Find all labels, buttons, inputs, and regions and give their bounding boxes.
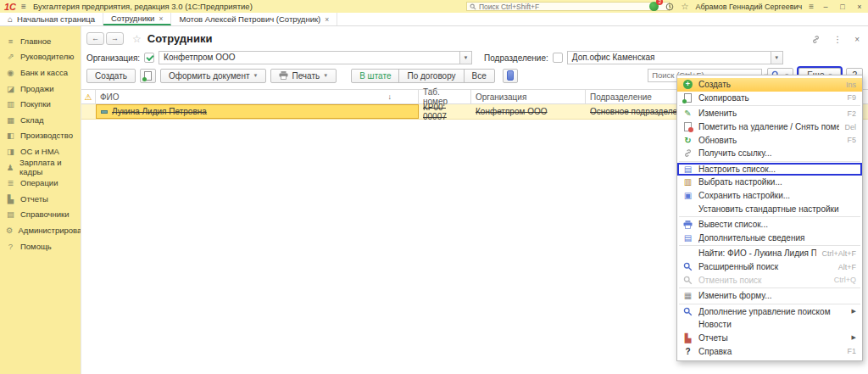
sidebar-item-operations[interactable]: ≣Операции [0, 175, 81, 191]
sidebar-item-bank-cash[interactable]: ◉Банк и касса [0, 64, 81, 81]
column-header-fio[interactable]: ФИО↓ [96, 90, 419, 103]
global-search[interactable] [466, 2, 670, 11]
sidebar-item-help[interactable]: ?Помощь [0, 238, 81, 254]
forward-button[interactable]: → [106, 32, 124, 45]
tab-bar: ⌂ Начальная страница Сотрудники × Мотов … [0, 13, 868, 26]
sidebar-item-label: Руководителю [20, 52, 74, 61]
main-icon: ≡ [6, 36, 15, 46]
tab-home[interactable]: ⌂ Начальная страница [0, 13, 103, 25]
menu-item-reports[interactable]: ▙Отчеты▶ [677, 332, 862, 345]
menu-item-search-management[interactable]: Дополнение управление поиском▶ [677, 305, 862, 319]
close-tab-icon[interactable]: × [159, 14, 163, 23]
reports-icon: ▙ [6, 194, 15, 204]
close-tab-icon[interactable]: × [325, 15, 329, 24]
filter-staff-button[interactable]: В штате [351, 69, 399, 83]
menu-item-find[interactable]: Найти: ФИО - Лукина Лидия Петровн...Ctrl… [677, 247, 862, 260]
warning-column-header[interactable]: ⚠ [81, 90, 96, 103]
tab-label: Сотрудники [111, 14, 154, 23]
menu-item-edit[interactable]: ✎ИзменитьF2 [677, 107, 862, 120]
menu-item-configure-list[interactable]: ▤Настроить список... [677, 163, 862, 176]
menu-item-edit-form[interactable]: ▦Изменить форму... [677, 289, 862, 303]
organization-checkbox[interactable] [144, 53, 154, 63]
department-combo[interactable]: Доп.офис Каменская ▼ [567, 51, 783, 64]
menu-item-choose-settings[interactable]: ▥Выбрать настройки... [677, 176, 862, 189]
sidebar-item-warehouse[interactable]: ▦Склад [0, 112, 81, 128]
menu-item-mark-delete[interactable]: Пометить на удаление / Снять пометкуDel [677, 120, 862, 134]
menu-item-get-link[interactable]: Получить ссылку... [677, 147, 862, 160]
mark-delete-icon [684, 122, 692, 131]
minimize-button[interactable]: – [821, 3, 831, 11]
menu-item-additional-info[interactable]: ▤Дополнительные сведения [677, 232, 862, 245]
close-form-icon[interactable]: × [854, 35, 860, 44]
menu-item-news[interactable]: Новости [677, 318, 862, 332]
make-document-button[interactable]: Оформить документ▼ [160, 69, 266, 83]
menu-item-help[interactable]: ?СправкаF1 [677, 344, 862, 358]
tab-label: Начальная страница [17, 14, 95, 24]
get-link-icon[interactable] [811, 35, 821, 44]
menu-item-label: Создать [698, 80, 841, 89]
menu-item-save-settings[interactable]: ▣Сохранить настройки... [677, 189, 862, 203]
sidebar-item-fixed-assets[interactable]: ◨ОС и НМА [0, 143, 81, 159]
reports-icon: ▙ [682, 332, 693, 343]
menu-item-copy[interactable]: СкопироватьF9 [677, 92, 862, 105]
sidebar-item-label: Покупки [20, 99, 51, 109]
department-checkbox[interactable] [553, 53, 563, 63]
create-button[interactable]: Создать [86, 69, 136, 83]
page-title: Сотрудники [147, 32, 213, 45]
favorite-star-icon[interactable]: ☆ [132, 33, 142, 45]
row-tab-number-cell[interactable]: КР00-00007 [419, 104, 471, 119]
user-name[interactable]: Абрамов Геннадий Сергеевич [695, 3, 802, 11]
column-header-organization[interactable]: Организация [471, 90, 586, 103]
organization-combo[interactable]: Конфетпром ООО ▼ [159, 51, 472, 64]
sidebar-item-production[interactable]: ◧Производство [0, 128, 81, 144]
sidebar-item-label: Операции [20, 178, 58, 187]
sidebar-item-manager[interactable]: ⇗Руководителю [0, 49, 81, 65]
sidebar-item-label: Производство [20, 131, 73, 140]
bank-cash-icon: ◉ [6, 68, 15, 77]
search-icon [470, 3, 476, 10]
filter-all-button[interactable]: Все [464, 69, 495, 83]
menu-separator [679, 287, 860, 288]
favorites-star-icon[interactable]: ☆ [681, 0, 688, 13]
copy-button[interactable] [140, 69, 156, 83]
maximize-button[interactable]: □ [837, 3, 848, 11]
more-dots-icon[interactable]: ⋮ [833, 35, 842, 44]
menu-separator [679, 161, 860, 162]
print-button[interactable]: Печать▼ [270, 69, 337, 83]
menu-item-standard-settings[interactable]: Установить стандартные настройки [677, 202, 862, 215]
sidebar-item-directories[interactable]: ▤Справочники [0, 207, 81, 223]
menu-item-output-list[interactable]: Вывести список... [677, 218, 862, 232]
manager-icon: ⇗ [6, 52, 15, 61]
menu-item-refresh[interactable]: ↻ОбновитьF5 [677, 133, 862, 147]
submenu-arrow-icon: ▶ [852, 308, 856, 315]
sidebar-item-sales[interactable]: ◪Продажи [0, 81, 81, 97]
sidebar-item-administration[interactable]: ⚙Администрирование [0, 222, 81, 238]
list-view-button[interactable] [503, 69, 518, 83]
chevron-down-icon[interactable]: ▼ [459, 52, 471, 64]
row-organization-cell[interactable]: Конфетпром ООО [471, 104, 586, 119]
close-window-button[interactable]: × [854, 3, 865, 11]
back-button[interactable]: ← [86, 32, 104, 45]
sidebar-item-main[interactable]: ≡Главное [0, 33, 81, 49]
notification-badge: 2 [656, 0, 663, 5]
global-search-input[interactable] [479, 3, 666, 11]
discussions-icon[interactable]: 2 [649, 2, 659, 11]
menu-item-create[interactable]: +СоздатьIns [677, 78, 862, 92]
chevron-down-icon[interactable]: ▼ [771, 52, 782, 64]
titlebar-right-icons: 2 ☆ Абрамов Геннадий Сергеевич ≡ – □ × [649, 0, 865, 13]
tab-motov-employee[interactable]: Мотов Алексей Петрович (Сотрудник) × [171, 13, 337, 25]
row-fio-cell[interactable]: Лукина Лидия Петровна [96, 104, 419, 119]
help-icon: ? [682, 346, 693, 357]
history-icon[interactable] [665, 3, 674, 11]
main-menu-icon[interactable]: ≡ [21, 2, 26, 11]
sidebar-item-reports[interactable]: ▙Отчеты [0, 191, 81, 207]
filter-contract-button[interactable]: По договору [398, 69, 464, 83]
service-menu-icon[interactable]: ≡ [809, 0, 814, 13]
column-label: Организация [476, 92, 526, 102]
tab-employees[interactable]: Сотрудники × [103, 13, 171, 25]
sidebar-item-purchases[interactable]: ▥Покупки [0, 96, 81, 112]
menu-separator [679, 245, 860, 246]
menu-item-label: Расширенный поиск [698, 262, 833, 271]
menu-item-advanced-search[interactable]: Расширенный поискAlt+F [677, 260, 862, 274]
sidebar-item-salary-hr[interactable]: ♟Зарплата и кадры [0, 159, 81, 176]
